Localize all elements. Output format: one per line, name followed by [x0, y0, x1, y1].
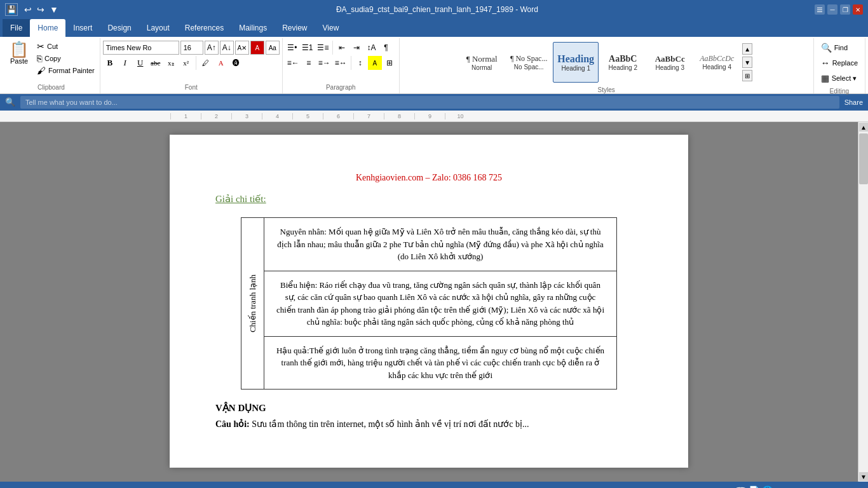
- ruler-mark: 4: [262, 113, 292, 119]
- ruler-mark: 1: [170, 113, 201, 119]
- change-case-button[interactable]: Aa: [266, 41, 280, 55]
- close-button[interactable]: ✕: [853, 4, 863, 15]
- font-name-input[interactable]: [103, 41, 179, 55]
- format-painter-button[interactable]: 🖌 Format Painter: [34, 65, 97, 76]
- align-center-button[interactable]: ≡: [302, 56, 316, 70]
- tab-references[interactable]: References: [177, 19, 231, 37]
- clear-formatting-button[interactable]: A✕: [235, 41, 249, 55]
- scroll-thumb[interactable]: [859, 133, 868, 184]
- italic-button[interactable]: I: [118, 56, 132, 70]
- share-button[interactable]: Share: [844, 98, 863, 106]
- styles-content: ¶ Normal Normal ¶ No Spac... No Spac... …: [459, 39, 754, 85]
- tab-review[interactable]: Review: [275, 19, 315, 37]
- scroll-bar-right: ▲ ▼: [858, 122, 868, 482]
- line-spacing-button[interactable]: ↕: [353, 56, 367, 70]
- justify-button[interactable]: ≡↔: [333, 56, 349, 70]
- font-size-input[interactable]: [180, 41, 203, 55]
- tab-file[interactable]: File: [3, 19, 30, 37]
- tab-home[interactable]: Home: [30, 19, 65, 37]
- styles-scroll-down[interactable]: ▼: [742, 57, 752, 68]
- shading-button[interactable]: 🅐: [229, 56, 243, 70]
- save-icon[interactable]: 💾: [5, 3, 18, 16]
- quick-access-more[interactable]: ▼: [48, 4, 60, 15]
- replace-icon: ↔: [821, 58, 830, 68]
- copy-button[interactable]: ⎘ Copy: [34, 53, 97, 64]
- styles-scroll-up[interactable]: ▲: [742, 43, 752, 55]
- select-button[interactable]: ▦ Select ▾: [817, 71, 862, 85]
- format-painter-icon: 🖌: [37, 65, 46, 76]
- tab-view[interactable]: View: [315, 19, 347, 37]
- undo-button[interactable]: ↩: [23, 4, 33, 15]
- tab-layout[interactable]: Layout: [139, 19, 177, 37]
- search-bar: 🔍 Share: [0, 94, 868, 111]
- paste-button[interactable]: 📋 Paste: [5, 41, 33, 66]
- numbering-button[interactable]: ☰1: [300, 41, 315, 55]
- align-left-button[interactable]: ≡←: [285, 56, 301, 70]
- ruler-mark: 10: [445, 113, 475, 119]
- subscript-button[interactable]: x₂: [164, 56, 178, 70]
- diagram-cell-2: Biểu hiện: Ráo riết chạy đua vũ trang, t…: [264, 271, 616, 337]
- cut-label: Cut: [47, 43, 58, 50]
- restore-button[interactable]: ❐: [840, 4, 850, 15]
- shading-para-button[interactable]: A: [368, 56, 382, 70]
- tab-mailings[interactable]: Mailings: [231, 19, 275, 37]
- font-color-button[interactable]: A: [214, 56, 228, 70]
- style-no-spacing[interactable]: ¶ No Spac... No Spac...: [506, 42, 552, 83]
- show-formatting-button[interactable]: ¶: [379, 41, 393, 55]
- borders-button[interactable]: ⊞: [383, 56, 397, 70]
- tab-design[interactable]: Design: [100, 19, 139, 37]
- underline-button[interactable]: U: [133, 56, 147, 70]
- style-heading3[interactable]: AaBbCc Heading 3: [647, 42, 693, 83]
- ribbon: File Home Insert Design Layout Reference…: [0, 19, 868, 37]
- scroll-down-button[interactable]: ▼: [859, 472, 868, 481]
- align-right-button[interactable]: ≡→: [316, 56, 332, 70]
- clipboard-content: 📋 Paste ✂ Cut ⎘ Copy 🖌 Format Painter: [5, 39, 97, 83]
- ruler-marks: 1 2 3 4 5 6 7 8 9 10: [170, 113, 475, 119]
- text-highlight-button[interactable]: 🖊: [199, 56, 213, 70]
- replace-button[interactable]: ↔ Replace: [817, 56, 862, 70]
- style-heading2-label: Heading 2: [608, 64, 637, 71]
- decrease-indent-button[interactable]: ⇤: [335, 41, 349, 55]
- status-bar: Page 4 of 7 1199 words English (United S…: [0, 482, 868, 488]
- editing-controls: 🔍 Find ↔ Replace ▦ Select ▾: [817, 41, 862, 85]
- font-grow-button[interactable]: A↑: [205, 41, 219, 55]
- copy-label: Copy: [44, 55, 61, 62]
- paragraph-content: ☰• ☰1 ☰≡ ⇤ ⇥ ↕A ¶ ≡← ≡ ≡→ ≡↔ ↕ A: [285, 39, 397, 83]
- read-mode-icon[interactable]: 📖: [735, 485, 746, 488]
- web-layout-icon[interactable]: 🌐: [762, 485, 773, 488]
- tell-me-input[interactable]: [20, 96, 839, 109]
- scroll-up-button[interactable]: ▲: [859, 123, 868, 132]
- increase-indent-button[interactable]: ⇥: [349, 41, 363, 55]
- paragraph-group-label: Paragraph: [326, 83, 356, 92]
- redo-button[interactable]: ↪: [36, 4, 46, 15]
- sort-button[interactable]: ↕A: [364, 41, 378, 55]
- superscript-button[interactable]: x²: [179, 56, 193, 70]
- style-normal[interactable]: ¶ Normal Normal: [459, 42, 505, 83]
- document-scroll[interactable]: Kenhgiaovien.com – Zalo: 0386 168 725 Gi…: [0, 122, 858, 482]
- diagram: Chiến tranh lạnh Nguyên nhân: Mối quan h…: [241, 217, 617, 390]
- cau-hoi: Câu hỏi: Sưu tầm thông tin trên internet…: [215, 419, 642, 430]
- document-title: ĐA_sudia9_ctst_bai9_chien_tranh_lanh_194…: [60, 5, 815, 14]
- bold-button[interactable]: B: [103, 56, 117, 70]
- style-heading4[interactable]: AaBbCcDc Heading 4: [694, 42, 740, 83]
- print-layout-icon[interactable]: 📄: [749, 485, 759, 488]
- styles-expand[interactable]: ⊞: [742, 70, 752, 81]
- ruler-mark: 5: [292, 113, 323, 119]
- tab-insert[interactable]: Insert: [65, 19, 100, 37]
- minimize-button[interactable]: ─: [827, 4, 837, 15]
- clipboard-right: ✂ Cut ⎘ Copy 🖌 Format Painter: [34, 41, 97, 76]
- find-button[interactable]: 🔍 Find: [817, 41, 862, 55]
- bullets-button[interactable]: ☰•: [285, 41, 299, 55]
- font-shrink-button[interactable]: A↓: [220, 41, 234, 55]
- style-heading2[interactable]: AaBbC Heading 2: [600, 42, 646, 83]
- ruler-mark: 7: [353, 113, 384, 119]
- cut-button[interactable]: ✂ Cut: [34, 41, 97, 52]
- text-effects-button[interactable]: A: [250, 41, 264, 55]
- styles-gallery: ¶ Normal Normal ¶ No Spac... No Spac... …: [459, 41, 740, 84]
- strikethrough-button[interactable]: abc: [149, 56, 163, 70]
- style-heading1[interactable]: Heading Heading 1: [553, 42, 599, 83]
- editing-group-label: Editing: [830, 86, 850, 96]
- select-label: Select ▾: [832, 74, 857, 83]
- multilevel-list-button[interactable]: ☰≡: [315, 41, 330, 55]
- ribbon-display-options[interactable]: [815, 4, 825, 15]
